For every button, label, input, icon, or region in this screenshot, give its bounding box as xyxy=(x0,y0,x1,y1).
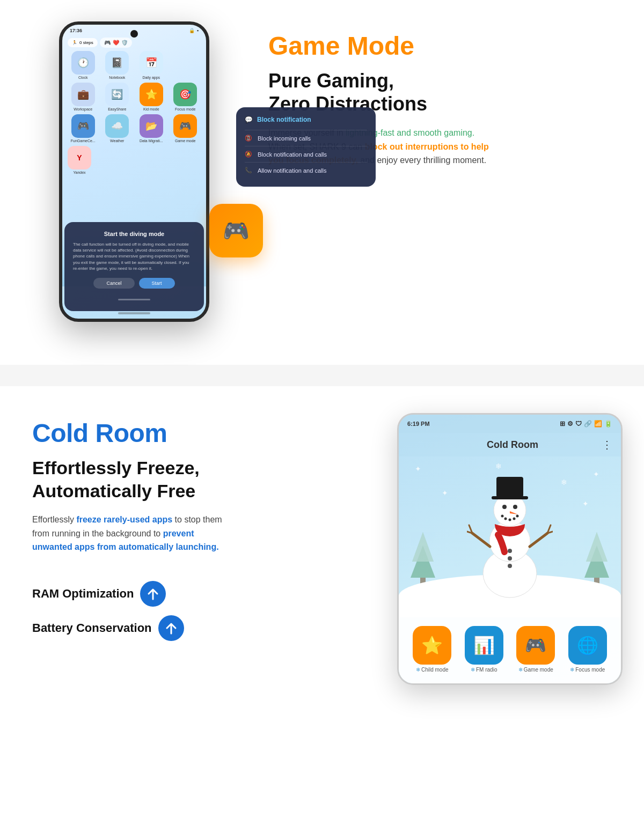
dialog-title: Start the diving mode xyxy=(73,231,195,237)
steps-count: 0 steps xyxy=(79,40,93,45)
easyshare-icon: 🔄 xyxy=(105,83,129,106)
svg-point-29 xyxy=(508,549,512,553)
section-divider xyxy=(0,365,644,386)
lock-icon: 🔒 xyxy=(189,28,195,33)
cold-gamemode-emoji: 🎮 xyxy=(525,635,546,655)
app-item-weather: ☁️ Weather xyxy=(102,114,133,143)
cold-room-phone: 6:19 PM ⊞ ⚙ 🛡 🔗 📶 🔋 Cold Room ⋮ xyxy=(397,413,623,685)
clock-icon: 🕐 xyxy=(71,51,95,75)
focus-icon: 🎯 xyxy=(173,83,197,106)
cold-gamemode-label-row: ❄ Game mode xyxy=(518,667,553,673)
svg-marker-5 xyxy=(412,532,434,562)
allow-notif-icon: 📞 xyxy=(245,167,252,174)
fmradio-emoji: 📊 xyxy=(473,635,495,655)
cold-apps-grid: ⭐ ❄ Child mode 📊 ❄ FM radio xyxy=(409,626,610,673)
snowflake-gamemode: ❄ xyxy=(518,667,523,673)
svg-rect-14 xyxy=(496,477,523,497)
daily-label: Daily apps xyxy=(142,76,160,79)
svg-line-23 xyxy=(472,533,490,547)
app-item-kid: ⭐ Kid mode xyxy=(136,83,167,111)
cold-app-gamemode: 🎮 ❄ Game mode xyxy=(513,626,559,673)
app-item-gamemode: 🎮 Game mode xyxy=(170,114,201,143)
game-mode-section: 17:36 🔒 ▪ 🏃 0 steps 🎮 ❤️ 🛡️ xyxy=(0,0,644,365)
app-grid-row2: 💼 Workspace 🔄 EasyShare ⭐ Kid mode 🎯 Foc… xyxy=(68,83,201,111)
status-time: 17:36 xyxy=(70,28,82,33)
app-item-clock: 🕐 Clock xyxy=(68,51,99,79)
steps-icon: 🏃 xyxy=(72,40,77,45)
cold-app-childmode: ⭐ ❄ Child mode xyxy=(409,626,455,673)
svg-line-26 xyxy=(530,533,547,547)
snowflake-1: ✦ xyxy=(415,465,421,473)
settings-icon: ⚙ xyxy=(567,420,573,428)
fmradio-label-row: ❄ FM radio xyxy=(471,667,497,673)
workspace-icon: 💼 xyxy=(71,83,95,106)
svg-point-18 xyxy=(501,515,504,518)
notebook-icon: 📓 xyxy=(105,51,129,75)
dialog-buttons: Cancel Start xyxy=(73,278,195,289)
block-notif-icon: 🔕 xyxy=(245,151,252,158)
app-item-easyshare: 🔄 EasyShare xyxy=(102,83,133,111)
desc-highlight-freeze: freeze rarely-used apps xyxy=(76,515,172,524)
yandex-row: Y Yandex xyxy=(68,146,201,176)
cold-phone-frame: 6:19 PM ⊞ ⚙ 🛡 🔗 📶 🔋 Cold Room ⋮ xyxy=(397,413,623,685)
cold-status-icons: ⊞ ⚙ 🛡 🔗 📶 🔋 xyxy=(560,420,612,428)
arrow-up-icon xyxy=(140,581,166,607)
more-options-icon[interactable]: ⋮ xyxy=(602,438,612,451)
notif-item-allow-notif: 📞 Allow notification and calls xyxy=(245,162,367,178)
daily-apps-icon: 📅 xyxy=(140,51,163,75)
cold-room-phone-header: Cold Room ⋮ xyxy=(399,433,621,456)
arrow-up-icon-2 xyxy=(158,615,184,641)
game-mode-title: Game Mode xyxy=(268,32,612,61)
dialog-indicator xyxy=(73,293,195,303)
cold-focusmode-text: Focus mode xyxy=(575,667,605,673)
notif-header-text: Block notification xyxy=(257,116,311,123)
cold-status-time: 6:19 PM xyxy=(407,421,430,427)
benefit-ram: RAM Optimization xyxy=(32,581,376,607)
snowflake-2: ✦ xyxy=(593,470,599,478)
diving-mode-dialog: Start the diving mode The call function … xyxy=(64,222,204,311)
app-item-placeholder xyxy=(170,51,201,79)
start-button[interactable]: Start xyxy=(139,278,175,289)
fmradio-text: FM radio xyxy=(476,667,497,673)
notebook-label: Notebook xyxy=(109,76,125,79)
block-calls-text: Block incoming calls xyxy=(258,135,311,142)
benefit-battery: Battery Conservation xyxy=(32,615,376,641)
app-item-focus: 🎯 Focus mode xyxy=(170,83,201,111)
childmode-icon: ⭐ xyxy=(413,626,451,665)
svg-marker-9 xyxy=(586,532,608,562)
svg-point-16 xyxy=(513,505,517,509)
notif-item-block-calls: 📵 Block incoming calls xyxy=(245,130,367,146)
cancel-button[interactable]: Cancel xyxy=(93,278,134,289)
phone-notch xyxy=(130,30,138,38)
svg-point-21 xyxy=(513,518,516,520)
cold-room-section: Cold Room Effortlessly Freeze, Automatic… xyxy=(0,386,644,712)
app-item-daily: 📅 Daily apps xyxy=(136,51,167,79)
kid-label: Kid mode xyxy=(143,107,159,111)
phone-area: 17:36 🔒 ▪ 🏃 0 steps 🎮 ❤️ 🛡️ xyxy=(21,21,247,322)
vibrate-icon: ⊞ xyxy=(560,420,565,428)
cold-room-description: Effortlessly freeze rarely-used apps to … xyxy=(32,513,236,554)
block-notif-text: Block notification and calls xyxy=(258,151,327,158)
weather-icon: ☁️ xyxy=(105,114,129,138)
vpn-icon: 🛡 xyxy=(575,420,582,428)
snowflake-3: ✦ xyxy=(442,489,448,497)
wifi-icon: 🔗 xyxy=(584,420,592,428)
workspace-label: Workspace xyxy=(74,107,92,111)
fmradio-icon: 📊 xyxy=(465,626,503,665)
cold-focusmode-emoji: 🌐 xyxy=(577,635,598,655)
cold-focusmode-icon: 🌐 xyxy=(568,626,607,665)
battery-status-icon: 🔋 xyxy=(604,420,612,428)
childmode-emoji: ⭐ xyxy=(421,635,443,655)
app-item-workspace: 💼 Workspace xyxy=(68,83,99,111)
cold-room-header-title: Cold Room xyxy=(423,439,602,451)
app-item-datamigrate: 📂 Data Migrati... xyxy=(136,114,167,143)
phone-screen-content: 🏃 0 steps 🎮 ❤️ 🛡️ 🕐 Clock xyxy=(62,33,206,183)
game-controller-float: 🎮 xyxy=(209,204,263,257)
yandex-icon: Y xyxy=(68,146,91,170)
cold-gamemode-text: Game mode xyxy=(524,667,553,673)
weather-label: Weather xyxy=(110,139,124,143)
gamemode-icon: 🎮 xyxy=(173,114,197,138)
snowman-svg xyxy=(467,471,553,600)
benefits-list: RAM Optimization Battery Conservation xyxy=(32,581,376,641)
status-icons: 🔒 ▪ xyxy=(189,28,199,33)
